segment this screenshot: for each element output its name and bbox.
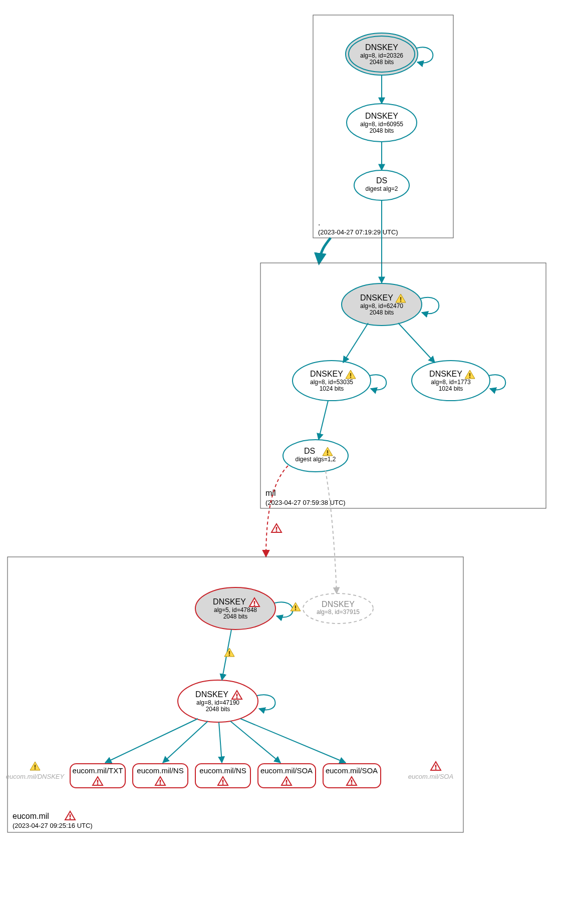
mil-zsk2-selfsig xyxy=(489,375,505,390)
svg-text:digest algs=1,2: digest algs=1,2 xyxy=(295,456,336,463)
svg-text:2048 bits: 2048 bits xyxy=(370,309,394,316)
mil-ksk-selfsig xyxy=(421,297,439,314)
svg-text:eucom.mil/NS: eucom.mil/NS xyxy=(199,766,246,775)
svg-text:DNSKEY: DNSKEY xyxy=(365,112,398,120)
svg-text:2048 bits: 2048 bits xyxy=(206,706,230,713)
edge-zsk-ns1 xyxy=(163,721,208,763)
warning-icon xyxy=(224,648,234,657)
edge-mil-ds-eucom-ghost xyxy=(326,471,337,593)
zone-mil: mil (2023-04-27 07:59:38 UTC) DNSKEY alg… xyxy=(260,263,546,508)
edge-zsk-soa1 xyxy=(230,721,280,763)
root-ksk-selfsig xyxy=(417,47,433,63)
zone-eucom-name: eucom.mil xyxy=(13,812,49,820)
svg-text:2048 bits: 2048 bits xyxy=(370,59,394,66)
error-icon xyxy=(65,811,75,820)
svg-text:DNSKEY: DNSKEY xyxy=(360,293,393,302)
edge-zsk-soa2 xyxy=(240,719,346,763)
eucom-side-right-label: eucom.mil/SOA xyxy=(408,773,453,780)
svg-text:DNSKEY: DNSKEY xyxy=(213,597,246,606)
zone-eucom: eucom.mil (2023-04-27 09:25:16 UTC) DNSK… xyxy=(6,557,463,832)
svg-text:DNSKEY: DNSKEY xyxy=(322,600,355,608)
eucom-zsk-selfsig xyxy=(257,695,275,710)
svg-text:alg=8, id=60955: alg=8, id=60955 xyxy=(360,121,403,128)
root-zsk-node: DNSKEY alg=8, id=60955 2048 bits xyxy=(347,104,417,142)
eucom-ghost-node: DNSKEY alg=8, id=37915 xyxy=(303,593,373,624)
svg-text:alg=8, id=37915: alg=8, id=37915 xyxy=(317,608,360,615)
edge-mil-zsk1-ds xyxy=(319,401,328,440)
svg-text:alg=8, id=47190: alg=8, id=47190 xyxy=(196,699,239,706)
svg-text:2048 bits: 2048 bits xyxy=(223,613,248,620)
warning-icon xyxy=(30,762,40,770)
svg-text:1024 bits: 1024 bits xyxy=(439,385,463,392)
svg-text:DS: DS xyxy=(304,447,315,455)
zone-root: . (2023-04-27 07:19:29 UTC) DNSKEY alg=8… xyxy=(313,15,453,238)
svg-text:DNSKEY: DNSKEY xyxy=(310,370,343,378)
edge-root-to-mil-zone xyxy=(319,238,331,263)
eucom-record-ns1: eucom.mil/NS xyxy=(133,764,188,788)
mil-zsk2-node: DNSKEY alg=8, id=1773 1024 bits xyxy=(412,361,490,401)
svg-text:digest alg=2: digest alg=2 xyxy=(365,185,398,192)
eucom-side-left-label: eucom.mil/DNSKEY xyxy=(6,773,65,780)
svg-text:alg=8, id=20326: alg=8, id=20326 xyxy=(360,52,403,59)
mil-zsk1-selfsig xyxy=(370,375,386,390)
error-icon xyxy=(271,524,282,532)
eucom-ksk-node: DNSKEY alg=5, id=47848 2048 bits xyxy=(195,587,275,630)
eucom-record-soa1: eucom.mil/SOA xyxy=(258,764,316,788)
eucom-record-soa2: eucom.mil/SOA xyxy=(323,764,381,788)
mil-ds-node: DS digest algs=1,2 xyxy=(283,440,348,472)
zone-mil-timestamp: (2023-04-27 07:59:38 UTC) xyxy=(265,499,346,506)
root-ds-node: DS digest alg=2 xyxy=(354,170,409,200)
svg-text:alg=5, id=47848: alg=5, id=47848 xyxy=(214,606,257,613)
svg-text:DNSKEY: DNSKEY xyxy=(365,43,398,52)
edge-mil-ds-eucom-ksk-error xyxy=(266,466,288,557)
zone-root-timestamp: (2023-04-27 07:19:29 UTC) xyxy=(318,228,398,236)
svg-text:alg=8, id=1773: alg=8, id=1773 xyxy=(431,379,471,386)
edge-mil-ksk-zsk1 xyxy=(343,323,368,363)
svg-text:DNSKEY: DNSKEY xyxy=(195,690,228,699)
eucom-ksk-selfsig xyxy=(274,602,293,617)
svg-text:alg=8, id=53035: alg=8, id=53035 xyxy=(310,379,353,386)
svg-text:alg=8, id=62470: alg=8, id=62470 xyxy=(360,302,403,310)
svg-text:eucom.mil/NS: eucom.mil/NS xyxy=(137,766,183,775)
edge-zsk-txt xyxy=(105,719,198,763)
svg-text:eucom.mil/SOA: eucom.mil/SOA xyxy=(260,766,313,775)
eucom-zsk-node: DNSKEY alg=8, id=47190 2048 bits xyxy=(178,680,258,722)
root-ksk-node: DNSKEY alg=8, id=20326 2048 bits xyxy=(346,33,418,75)
mil-ksk-node: DNSKEY alg=8, id=62470 2048 bits xyxy=(342,283,422,326)
edge-zsk-ns2 xyxy=(219,722,222,763)
eucom-record-ns2: eucom.mil/NS xyxy=(195,764,250,788)
error-icon xyxy=(431,762,441,770)
svg-text:eucom.mil/TXT: eucom.mil/TXT xyxy=(73,766,123,775)
svg-text:2048 bits: 2048 bits xyxy=(370,127,394,134)
svg-text:1024 bits: 1024 bits xyxy=(320,385,344,392)
svg-text:DNSKEY: DNSKEY xyxy=(429,370,462,378)
zone-root-name: . xyxy=(318,218,320,227)
svg-text:eucom.mil/SOA: eucom.mil/SOA xyxy=(326,766,378,775)
eucom-record-txt: eucom.mil/TXT xyxy=(70,764,125,788)
edge-mil-ksk-zsk2 xyxy=(398,323,435,363)
svg-text:DS: DS xyxy=(376,176,387,185)
mil-zsk1-node: DNSKEY alg=8, id=53035 1024 bits xyxy=(293,361,371,401)
zone-eucom-timestamp: (2023-04-27 09:25:16 UTC) xyxy=(13,822,93,829)
